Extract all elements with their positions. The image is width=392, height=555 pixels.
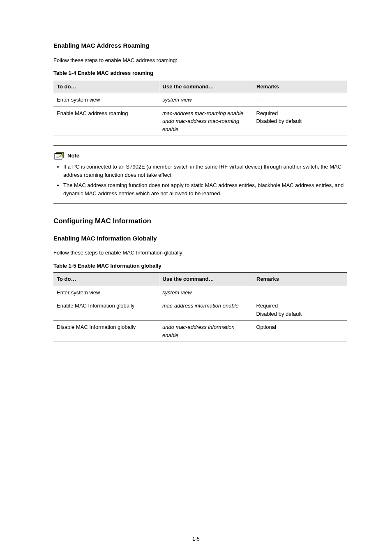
cell-command: system-view — [159, 93, 253, 107]
cell-todo: Enter system view — [53, 286, 159, 299]
note-item: The MAC address roaming function does no… — [63, 181, 347, 197]
note-icon — [53, 151, 65, 160]
cell-command: system-view — [159, 286, 253, 299]
cell-todo: Enter system view — [53, 93, 159, 107]
config-table-2: To do… Use the command… Remarks Enter sy… — [53, 272, 347, 342]
section-heading: Configuring MAC Information — [53, 216, 347, 227]
note-label: Note — [67, 152, 79, 160]
table-row: Enter system view system-view — — [53, 93, 347, 107]
cell-remarks: Optional — [253, 321, 347, 342]
th-command: Use the command… — [159, 273, 253, 286]
page-number: 1-5 — [0, 535, 392, 543]
section-intro: Follow these steps to enable MAC Informa… — [53, 249, 347, 257]
cell-todo: Enable MAC address roaming — [53, 106, 159, 136]
cell-command: mac-address mac-roaming enable undo mac-… — [159, 106, 253, 136]
cell-todo: Disable MAC Information globally — [53, 321, 159, 342]
note-list: If a PC is connected to an S7902E (a mem… — [53, 163, 347, 197]
section-heading: Enabling MAC Address Roaming — [53, 41, 347, 51]
cell-remarks: — — [253, 286, 347, 299]
th-remarks: Remarks — [253, 273, 347, 286]
cell-todo: Enable MAC Information globally — [53, 299, 159, 321]
table-row: Enable MAC Information globally mac-addr… — [53, 299, 347, 321]
th-todo: To do… — [53, 80, 159, 93]
table-row: Enter system view system-view — — [53, 286, 347, 299]
table-row: Enable MAC address roaming mac-address m… — [53, 106, 347, 136]
th-command: Use the command… — [159, 80, 253, 93]
table-header-row: To do… Use the command… Remarks — [53, 80, 347, 93]
cell-remarks: — — [253, 93, 347, 107]
note-header: Note — [53, 151, 347, 160]
table-row: Disable MAC Information globally undo ma… — [53, 321, 347, 342]
note-item: If a PC is connected to an S7902E (a mem… — [63, 163, 347, 179]
cell-remarks: Required Disabled by default — [253, 299, 347, 321]
cell-command: undo mac-address information enable — [159, 321, 253, 342]
subsection-heading: Enabling MAC Information Globally — [53, 234, 347, 243]
table-caption: Table 1-4 Enable MAC address roaming — [53, 69, 347, 77]
section-intro: Follow these steps to enable MAC address… — [53, 56, 347, 65]
note-bottom-rule — [53, 203, 347, 204]
config-table-1: To do… Use the command… Remarks Enter sy… — [53, 80, 347, 136]
table-caption: Table 1-5 Enable MAC Information globall… — [53, 262, 347, 270]
cell-remarks: Required Disabled by default — [253, 106, 347, 136]
table-header-row: To do… Use the command… Remarks — [53, 273, 347, 286]
th-remarks: Remarks — [253, 80, 347, 93]
note-block: Note If a PC is connected to an S7902E (… — [53, 145, 347, 204]
cell-command: mac-address information enable — [159, 299, 253, 321]
note-top-rule — [53, 145, 347, 146]
th-todo: To do… — [53, 273, 159, 286]
